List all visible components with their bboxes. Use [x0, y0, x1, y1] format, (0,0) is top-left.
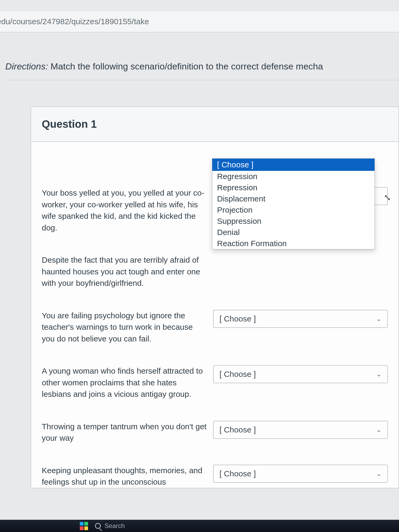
select-value: [ Choose ] [219, 469, 256, 478]
match-row: Throwing a temper tantrum when you don't… [42, 421, 388, 444]
directions-text: Match the following scenario/definition … [48, 61, 323, 71]
answer-select[interactable]: [ Choose ] ⌄ [213, 421, 388, 439]
taskbar-search-label: Search [105, 522, 125, 530]
dropdown-option[interactable]: Repression [212, 182, 375, 193]
dropdown-option[interactable]: Suppression [212, 216, 375, 227]
dropdown-option[interactable]: Regression [212, 171, 375, 182]
chevron-down-icon: ⌄ [376, 426, 381, 434]
select-value: [ Choose ] [219, 425, 256, 434]
answer-select[interactable]: [ Choose ] ⌄ [213, 365, 388, 383]
match-row: You are failing psychology but ignore th… [42, 310, 388, 345]
divider [5, 80, 399, 80]
dropdown-option[interactable]: Displacement [212, 193, 375, 204]
scenario-text: Your boss yelled at you, you yelled at y… [42, 187, 207, 233]
dropdown-option[interactable]: Reaction Formation [212, 238, 375, 249]
match-row: Despite the fact that you are terribly a… [42, 254, 388, 289]
answer-dropdown-open[interactable]: [ Choose ] Regression Repression Displac… [212, 158, 375, 249]
question-title: Question 1 [31, 107, 398, 142]
dropdown-option-selected[interactable]: [ Choose ] [212, 159, 375, 171]
chevron-down-icon: ⌄ [376, 370, 381, 378]
match-row: A young woman who finds herself attracte… [42, 365, 388, 400]
question-body: Your boss yelled at you, you yelled at y… [31, 142, 398, 488]
directions-label: Directions: [5, 61, 48, 71]
directions-line: Directions: Match the following scenario… [5, 61, 399, 72]
taskbar: Search [0, 520, 399, 532]
dropdown-option[interactable]: Projection [212, 204, 375, 216]
address-bar-text: edu/courses/247982/quizzes/1890155/take [0, 17, 149, 26]
start-icon[interactable] [80, 522, 88, 530]
chevron-down-icon: ⌄ [376, 315, 381, 323]
cursor-icon: ⤡ [384, 192, 391, 203]
select-value: [ Choose ] [219, 314, 256, 323]
chevron-down-icon: ⌄ [376, 470, 381, 477]
dropdown-option[interactable]: Denial [212, 227, 375, 238]
taskbar-search[interactable]: Search [95, 522, 125, 530]
scenario-text: Keeping unpleasant thoughts, memories, a… [42, 465, 207, 488]
address-bar: edu/courses/247982/quizzes/1890155/take [0, 11, 399, 32]
search-icon [95, 523, 101, 529]
question-card: Question 1 Your boss yelled at you, you … [31, 106, 399, 488]
scenario-text: Despite the fact that you are terribly a… [42, 254, 207, 289]
select-value: [ Choose ] [219, 370, 256, 379]
scenario-text: You are failing psychology but ignore th… [42, 310, 207, 345]
match-row: Keeping unpleasant thoughts, memories, a… [42, 465, 388, 488]
answer-select[interactable]: [ Choose ] ⌄ [213, 465, 388, 483]
scenario-text: A young woman who finds herself attracte… [42, 365, 207, 400]
scenario-text: Throwing a temper tantrum when you don't… [42, 421, 207, 444]
answer-select[interactable]: [ Choose ] ⌄ [213, 310, 388, 328]
